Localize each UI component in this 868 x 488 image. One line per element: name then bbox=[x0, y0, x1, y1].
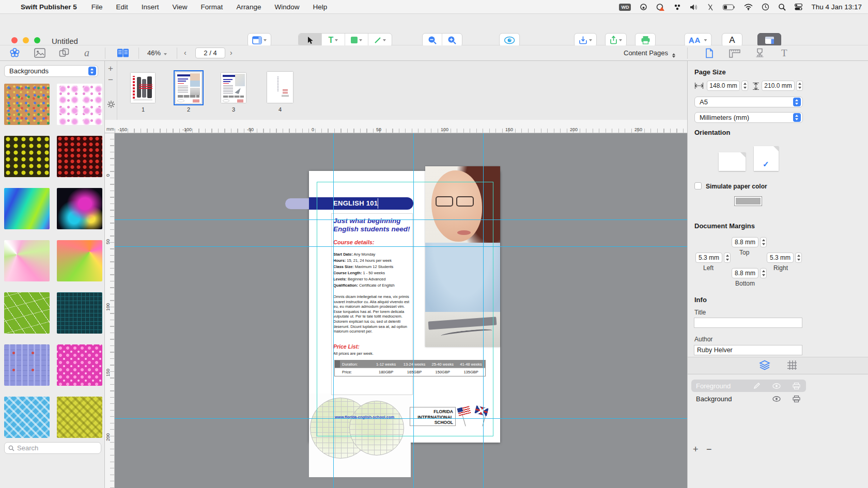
layer-print-icon[interactable] bbox=[786, 383, 806, 389]
page-thumbnail-1[interactable] bbox=[131, 73, 155, 103]
guide-line-vertical[interactable] bbox=[483, 133, 484, 488]
wd-status-icon[interactable]: WD bbox=[619, 4, 631, 11]
volume-status-icon[interactable] bbox=[690, 4, 698, 11]
sidebar-tab-backgrounds[interactable] bbox=[9, 48, 20, 60]
background-thumbnail[interactable] bbox=[4, 240, 50, 281]
page-thumbnail-2[interactable] bbox=[176, 72, 202, 103]
background-thumbnail[interactable] bbox=[57, 84, 102, 125]
background-thumbnail[interactable] bbox=[4, 136, 50, 177]
zoom-out-button[interactable] bbox=[423, 34, 442, 46]
guide-line-horizontal[interactable] bbox=[115, 219, 687, 220]
background-thumbnail[interactable] bbox=[57, 240, 102, 281]
layers-tab-icon[interactable] bbox=[759, 360, 770, 372]
background-thumbnail[interactable] bbox=[4, 397, 50, 438]
menu-help[interactable]: Help bbox=[313, 3, 327, 11]
headphones-status-icon[interactable] bbox=[640, 3, 647, 11]
close-window-button[interactable] bbox=[11, 37, 18, 43]
layer-print-icon[interactable] bbox=[786, 396, 806, 402]
menu-file[interactable]: File bbox=[91, 3, 103, 11]
orientation-portrait-option[interactable]: ✓ bbox=[754, 146, 779, 171]
document-title-input[interactable] bbox=[694, 318, 802, 328]
background-thumbnail[interactable] bbox=[4, 344, 50, 386]
margin-top-stepper[interactable] bbox=[760, 237, 767, 247]
spotlight-icon[interactable] bbox=[778, 3, 786, 11]
preview-mode-button[interactable] bbox=[499, 33, 520, 47]
menu-window[interactable]: Window bbox=[274, 3, 299, 11]
inspector-tab-document[interactable] bbox=[705, 48, 714, 60]
facing-pages-toggle[interactable] bbox=[117, 48, 129, 60]
inspector-button[interactable] bbox=[757, 33, 781, 47]
page-width-stepper[interactable] bbox=[741, 81, 748, 91]
shape-tool-button[interactable] bbox=[345, 34, 368, 46]
page-width-field[interactable]: 148.0 mm bbox=[707, 81, 740, 91]
remove-page-button[interactable]: − bbox=[108, 76, 113, 84]
sidebar-tab-clipart[interactable] bbox=[59, 48, 70, 60]
background-thumbnail[interactable] bbox=[57, 136, 102, 177]
next-page-button[interactable]: › bbox=[230, 49, 233, 57]
previous-page-button[interactable]: ‹ bbox=[184, 49, 187, 57]
menu-arrange[interactable]: Arrange bbox=[236, 3, 261, 11]
background-thumbnail[interactable] bbox=[57, 397, 102, 438]
view-button[interactable] bbox=[247, 33, 271, 47]
margin-left-field[interactable]: 5.3 mm bbox=[695, 253, 722, 263]
layer-visibility-icon[interactable] bbox=[767, 383, 786, 389]
inspector-tab-fill[interactable] bbox=[755, 48, 765, 60]
zoom-level-control[interactable]: 46% bbox=[147, 49, 167, 57]
paper-preset-dropdown[interactable]: A5 bbox=[694, 97, 803, 107]
share-button[interactable] bbox=[605, 33, 627, 47]
search-input[interactable] bbox=[17, 444, 89, 452]
page-height-stepper[interactable] bbox=[796, 81, 803, 91]
background-thumbnail[interactable] bbox=[4, 84, 50, 125]
menu-format[interactable]: Format bbox=[201, 3, 223, 11]
margin-left-stepper[interactable] bbox=[724, 253, 731, 263]
page-thumbnail-3[interactable] bbox=[221, 73, 246, 103]
add-layer-button[interactable]: + bbox=[693, 444, 699, 455]
margin-bottom-stepper[interactable] bbox=[760, 268, 767, 278]
menu-insert[interactable]: Insert bbox=[142, 3, 159, 11]
menu-app-name[interactable]: Swift Publisher 5 bbox=[21, 3, 77, 11]
time-machine-status-icon[interactable] bbox=[762, 3, 769, 11]
add-page-button[interactable]: + bbox=[108, 65, 113, 72]
control-center-icon[interactable] bbox=[795, 4, 802, 10]
menu-edit[interactable]: Edit bbox=[116, 3, 128, 11]
simulate-paper-color-checkbox[interactable] bbox=[694, 182, 702, 190]
sidebar-tab-images[interactable] bbox=[34, 48, 45, 60]
layer-row-background[interactable]: Background bbox=[691, 392, 806, 405]
battery-status-icon[interactable] bbox=[723, 4, 735, 10]
guide-line-horizontal[interactable] bbox=[115, 418, 687, 419]
print-button[interactable] bbox=[635, 33, 656, 47]
content-pages-selector[interactable]: Content Pages bbox=[624, 49, 675, 58]
guide-line-vertical[interactable] bbox=[333, 133, 334, 488]
line-tool-button[interactable] bbox=[368, 34, 392, 46]
background-thumbnail[interactable] bbox=[57, 344, 102, 386]
margin-top-field[interactable]: 8.8 mm bbox=[732, 237, 758, 247]
paper-color-swatch[interactable] bbox=[734, 196, 762, 206]
layer-row-foreground[interactable]: Foreground bbox=[691, 380, 806, 392]
background-thumbnail[interactable] bbox=[57, 188, 102, 229]
minimize-window-button[interactable] bbox=[23, 37, 29, 43]
category-dropdown[interactable]: Backgrounds bbox=[4, 65, 98, 77]
dots-status-icon[interactable] bbox=[674, 4, 681, 11]
text-styles-button[interactable]: AA bbox=[685, 33, 712, 47]
remove-layer-button[interactable]: − bbox=[706, 444, 712, 455]
sidebar-search[interactable] bbox=[4, 442, 101, 454]
orientation-landscape-option[interactable] bbox=[719, 152, 746, 171]
page-height-field[interactable]: 210.0 mm bbox=[762, 81, 795, 91]
background-thumbnail[interactable] bbox=[4, 292, 50, 334]
zoom-in-button[interactable] bbox=[442, 34, 462, 46]
document-canvas[interactable]: ENGLISH 101 Just what beginningEnglish s… bbox=[115, 133, 687, 488]
page-thumbnail-4[interactable] bbox=[267, 72, 293, 103]
insert-button[interactable] bbox=[574, 33, 597, 47]
grid-tab-icon[interactable] bbox=[787, 360, 797, 372]
fonts-button[interactable]: A bbox=[722, 33, 742, 47]
page-settings-gear-icon[interactable] bbox=[107, 100, 115, 111]
margin-right-field[interactable]: 5.3 mm bbox=[767, 253, 794, 263]
inspector-tab-geometry[interactable] bbox=[729, 49, 740, 60]
guide-line-vertical[interactable] bbox=[413, 133, 414, 488]
layer-visibility-icon[interactable] bbox=[767, 396, 786, 402]
zoom-window-button[interactable] bbox=[34, 37, 40, 43]
background-thumbnail[interactable] bbox=[57, 292, 102, 334]
margin-bottom-field[interactable]: 8.8 mm bbox=[732, 268, 758, 278]
page-indicator-field[interactable]: 2 / 4 bbox=[195, 48, 225, 58]
background-thumbnail[interactable] bbox=[4, 188, 50, 229]
